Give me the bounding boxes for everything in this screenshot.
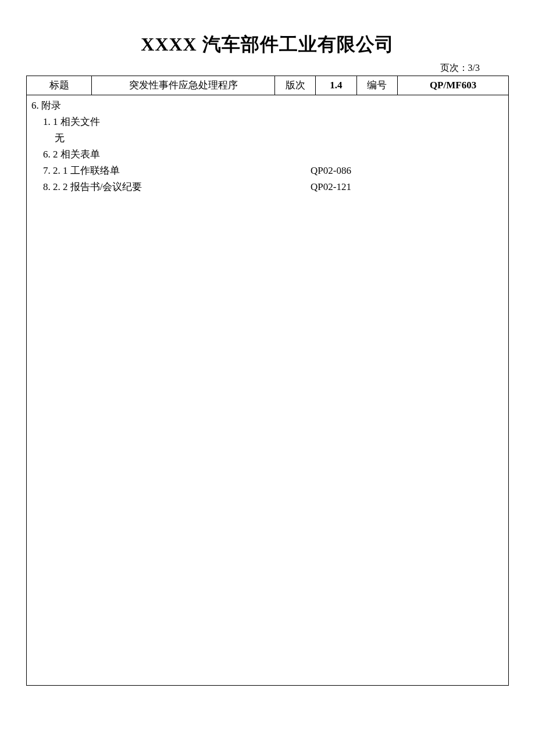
content-frame: 标题 突发性事件应急处理程序 版次 1.4 编号 QP/MF603 6. 附录 … <box>26 76 509 686</box>
header-version-label: 版次 <box>274 76 315 95</box>
body-line-related-docs: 1. 1 相关文件 <box>31 114 504 130</box>
header-title-value: 突发性事件应急处理程序 <box>92 76 275 95</box>
body-line-none: 无 <box>31 130 504 146</box>
body-line-related-forms: 6. 2 相关表单 <box>31 146 504 163</box>
header-title-label: 标题 <box>27 76 92 95</box>
company-title: XXXX 汽车部件工业有限公司 <box>26 32 509 58</box>
body-form1-name: 7. 2. 1 工作联络单 <box>43 163 311 179</box>
body-form2-code: QP02-121 <box>311 179 504 195</box>
body-form2-name: 8. 2. 2 报告书/会议纪要 <box>43 179 311 195</box>
body-form1-code: QP02-086 <box>311 163 504 179</box>
body-row-form2: 8. 2. 2 报告书/会议纪要 QP02-121 <box>31 179 504 195</box>
header-number-value: QP/MF603 <box>398 76 508 95</box>
page-indicator: 页次：3/3 <box>26 62 509 74</box>
header-table: 标题 突发性事件应急处理程序 版次 1.4 编号 QP/MF603 <box>27 76 508 95</box>
header-version-value: 1.4 <box>316 76 356 95</box>
body-content: 6. 附录 1. 1 相关文件 无 6. 2 相关表单 7. 2. 1 工作联络… <box>27 95 508 198</box>
header-number-label: 编号 <box>356 76 397 95</box>
body-line-appendix: 6. 附录 <box>31 98 504 114</box>
body-row-form1: 7. 2. 1 工作联络单 QP02-086 <box>31 163 504 179</box>
